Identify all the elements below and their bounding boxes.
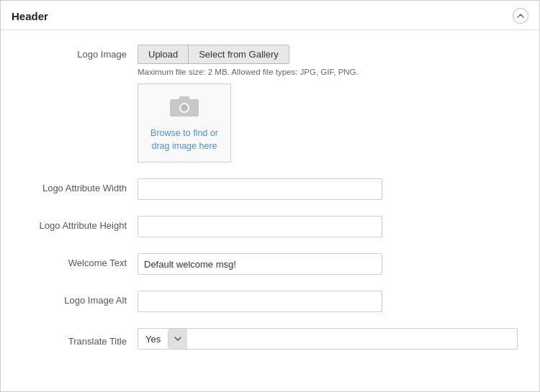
welcome-text-control	[138, 253, 518, 275]
logo-alt-label: Logo Image Alt	[22, 291, 138, 306]
file-info-text: Maximum file size: 2 MB. Allowed file ty…	[138, 68, 518, 76]
logo-height-label: Logo Attribute Height	[22, 216, 138, 231]
page-container: Header Logo Image Upload Select from Gal…	[0, 0, 540, 392]
logo-image-label: Logo Image	[22, 45, 138, 60]
logo-width-input[interactable]	[138, 178, 382, 200]
translate-title-row: Translate Title Yes	[22, 328, 518, 350]
logo-image-row: Logo Image Upload Select from Gallery Ma…	[22, 45, 518, 163]
translate-select-arrow[interactable]	[168, 328, 187, 350]
logo-height-control	[138, 216, 518, 237]
page-header: Header	[1, 1, 539, 30]
content-area: Logo Image Upload Select from Gallery Ma…	[1, 30, 539, 380]
collapse-button[interactable]	[513, 8, 528, 24]
camera-icon	[168, 94, 200, 122]
image-dropzone[interactable]: Browse to find or drag image here	[138, 83, 231, 163]
logo-alt-input[interactable]	[138, 291, 382, 312]
logo-alt-control	[138, 291, 518, 312]
logo-width-row: Logo Attribute Width	[22, 178, 518, 200]
translate-select-value: Yes	[138, 331, 168, 347]
logo-width-control	[138, 178, 518, 200]
logo-image-button-group: Upload Select from Gallery	[138, 45, 518, 64]
logo-image-controls: Upload Select from Gallery Maximum file …	[138, 45, 518, 163]
upload-button[interactable]: Upload	[138, 45, 188, 64]
welcome-text-input[interactable]	[138, 253, 382, 275]
logo-height-row: Logo Attribute Height	[22, 216, 518, 237]
dropzone-link[interactable]: Browse to find or drag image here	[150, 127, 218, 152]
logo-width-label: Logo Attribute Width	[22, 178, 138, 193]
logo-alt-row: Logo Image Alt	[22, 291, 518, 312]
welcome-text-row: Welcome Text	[22, 253, 518, 275]
svg-point-1	[181, 104, 188, 111]
translate-label: Translate Title	[22, 332, 138, 347]
select-gallery-button[interactable]: Select from Gallery	[188, 45, 289, 64]
translate-control: Yes	[138, 328, 518, 350]
page-title: Header	[12, 10, 48, 22]
welcome-text-label: Welcome Text	[22, 253, 138, 268]
logo-height-input[interactable]	[138, 216, 382, 237]
translate-select-wrapper[interactable]: Yes	[138, 328, 518, 350]
